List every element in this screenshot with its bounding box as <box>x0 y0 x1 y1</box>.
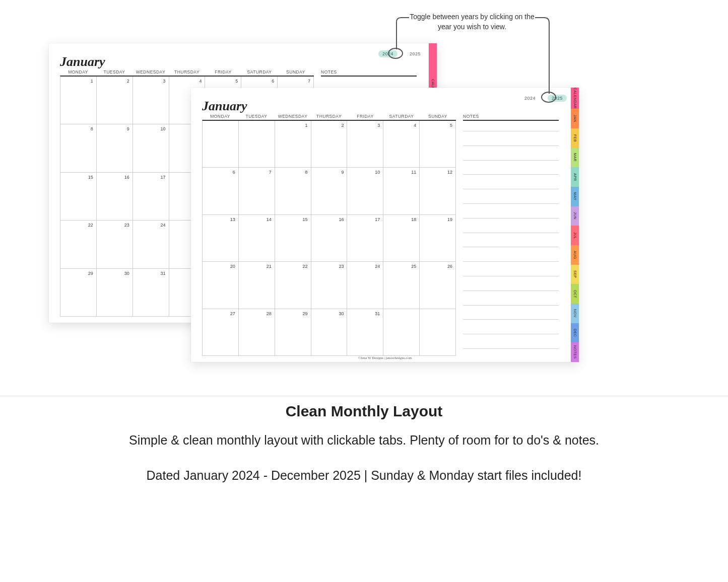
calendar-cell[interactable]: 27 <box>203 309 239 356</box>
calendar-cell[interactable]: 13 <box>203 215 239 262</box>
calendar-cell[interactable]: 29 <box>275 309 311 356</box>
tab-jun[interactable]: JUN <box>571 206 579 226</box>
note-line <box>463 189 559 189</box>
calendar-cell[interactable]: 30 <box>97 269 133 317</box>
year-2025-button[interactable]: 2025 <box>548 95 567 102</box>
calendar-cell[interactable] <box>203 121 239 168</box>
calendar-cell[interactable]: 19 <box>420 215 456 262</box>
calendar-cell[interactable]: 9 <box>97 124 133 172</box>
day-number: 4 <box>414 123 416 128</box>
day-number: 14 <box>267 217 272 222</box>
calendar-cell[interactable]: 31 <box>133 269 169 317</box>
calendar-cell[interactable]: 23 <box>311 262 348 309</box>
calendar-cell[interactable]: 16 <box>97 173 133 221</box>
calendar-cell[interactable]: 26 <box>420 262 456 309</box>
calendar-cell[interactable]: 24 <box>133 221 169 268</box>
calendar-cell[interactable]: 3 <box>133 77 169 124</box>
calendar-cell[interactable]: 1 <box>60 77 97 124</box>
calendar-cell[interactable]: 3 <box>347 121 383 168</box>
calendar-cell[interactable]: 11 <box>383 168 420 214</box>
day-number: 2 <box>127 79 129 84</box>
day-number: 30 <box>339 311 344 316</box>
day-header: WEDNESDAY <box>275 112 311 120</box>
calendar-cell[interactable]: 18 <box>383 215 420 262</box>
promo-block: Clean Monthly Layout Simple & clean mont… <box>0 403 728 500</box>
calendar-cell[interactable]: 23 <box>97 221 133 268</box>
calendar-cell[interactable]: 25 <box>383 262 420 309</box>
day-header: WEDNESDAY <box>133 67 169 76</box>
year-2024-button[interactable]: 2024 <box>378 50 398 57</box>
day-number: 28 <box>267 311 272 316</box>
tab-nov[interactable]: NOV <box>571 304 579 323</box>
note-line <box>463 334 559 334</box>
day-number: 30 <box>124 271 129 276</box>
day-number: 24 <box>375 264 380 269</box>
day-number: 31 <box>161 271 166 276</box>
note-line <box>463 348 559 349</box>
calendar-cell[interactable]: 22 <box>60 221 97 268</box>
calendar-cell[interactable] <box>239 121 275 168</box>
tab-apr[interactable]: APR <box>571 167 579 187</box>
day-number: 9 <box>341 170 344 175</box>
calendar-cell[interactable]: 12 <box>420 168 456 214</box>
planner-page-2025: January 2024 2025 MONDAYTUESDAYWEDNESDAY… <box>191 88 579 362</box>
calendar-cell[interactable]: 6 <box>203 168 239 214</box>
day-number: 22 <box>88 223 93 228</box>
calendar-cell[interactable]: 9 <box>311 168 348 214</box>
day-headers: MONDAYTUESDAYWEDNESDAYTHURSDAYFRIDAYSATU… <box>202 112 456 120</box>
calendar-cell[interactable]: 21 <box>239 262 275 309</box>
calendar-cell[interactable]: 15 <box>60 173 97 221</box>
calendar-cell[interactable] <box>383 309 420 356</box>
day-number: 15 <box>303 217 308 222</box>
day-header: THURSDAY <box>169 67 205 76</box>
tab-oct[interactable]: OCT <box>571 284 579 304</box>
divider <box>0 396 728 396</box>
calendar-cell[interactable]: 16 <box>311 215 348 262</box>
calendar-cell[interactable]: 15 <box>275 215 311 262</box>
tab-dec[interactable]: DEC <box>571 323 579 343</box>
calendar-cell[interactable]: 31 <box>347 309 383 356</box>
calendar-cell[interactable]: 17 <box>133 173 169 221</box>
calendar-cell[interactable]: 24 <box>347 262 383 309</box>
calendar-cell[interactable]: 5 <box>420 121 456 168</box>
tab-aug[interactable]: AUG <box>571 245 579 265</box>
page-footer: ©Jena W Designs | jenawdesigns.com <box>191 356 579 360</box>
calendar-cell[interactable]: 10 <box>133 124 169 172</box>
calendar-cell[interactable]: 7 <box>239 168 275 214</box>
calendar-cell[interactable]: 29 <box>60 269 97 317</box>
tab-jul[interactable]: JUL <box>571 226 579 245</box>
tab-calendar[interactable]: CALENDAR <box>571 88 579 109</box>
day-number: 22 <box>303 264 308 269</box>
day-number: 16 <box>124 175 129 180</box>
calendar-cell[interactable]: 28 <box>239 309 275 356</box>
tab-may[interactable]: MAY <box>571 187 579 206</box>
tab-mar[interactable]: MAR <box>571 148 579 168</box>
day-number: 13 <box>230 217 235 222</box>
calendar-cell[interactable]: 4 <box>383 121 420 168</box>
calendar-cell[interactable]: 2 <box>311 121 348 168</box>
day-header: TUESDAY <box>96 67 133 76</box>
tab-jan[interactable]: JAN <box>571 109 579 128</box>
calendar-cell[interactable]: 8 <box>60 124 97 172</box>
tab-sep[interactable]: SEP <box>571 265 579 284</box>
year-2024-button[interactable]: 2024 <box>520 95 540 102</box>
note-line <box>463 276 559 276</box>
year-2025-button[interactable]: 2025 <box>406 50 425 57</box>
calendar-cell[interactable]: 8 <box>275 168 311 214</box>
note-line <box>463 233 559 233</box>
day-header: THURSDAY <box>311 112 347 120</box>
calendar-cell[interactable]: 2 <box>97 77 133 124</box>
calendar-cell[interactable]: 22 <box>275 262 311 309</box>
calendar-cell[interactable] <box>420 309 456 356</box>
calendar-cell[interactable]: 14 <box>239 215 275 262</box>
day-number: 19 <box>447 217 452 222</box>
calendar-cell[interactable]: 20 <box>203 262 239 309</box>
tab-feb[interactable]: FEB <box>571 128 579 148</box>
promo-heading: Clean Monthly Layout <box>0 403 728 420</box>
calendar-cell[interactable]: 30 <box>311 309 348 356</box>
calendar-cell[interactable]: 1 <box>275 121 311 168</box>
calendar-cell[interactable]: 17 <box>347 215 383 262</box>
promo-line: Dated January 2024 - December 2025 | Sun… <box>30 465 698 485</box>
calendar-cell[interactable]: 10 <box>347 168 383 214</box>
day-number: 18 <box>411 217 416 222</box>
